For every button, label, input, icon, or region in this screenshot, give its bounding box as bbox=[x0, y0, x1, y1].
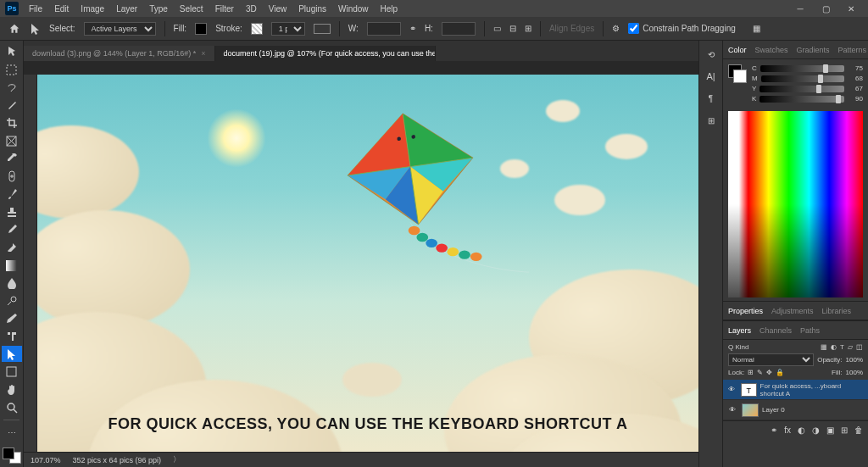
lock-paint-icon[interactable]: ✎ bbox=[757, 369, 763, 376]
stroke-width[interactable]: 1 px bbox=[271, 22, 305, 36]
brush-tool[interactable] bbox=[2, 186, 22, 203]
menu-window[interactable]: Window bbox=[333, 3, 374, 15]
tab-properties[interactable]: Properties bbox=[728, 307, 763, 315]
color-spectrum[interactable] bbox=[728, 111, 863, 297]
path-select-tool[interactable] bbox=[2, 346, 22, 362]
lasso-tool[interactable] bbox=[2, 80, 22, 96]
group-icon[interactable]: ▣ bbox=[826, 425, 834, 435]
menu-help[interactable]: Help bbox=[376, 3, 403, 15]
history-brush-tool[interactable] bbox=[2, 222, 22, 238]
tab-layers[interactable]: Layers bbox=[728, 326, 751, 335]
opacity-value[interactable]: 100% bbox=[846, 356, 863, 364]
filter-shape-icon[interactable]: ▱ bbox=[848, 343, 853, 351]
menu-edit[interactable]: Edit bbox=[49, 3, 74, 15]
tab-paths[interactable]: Paths bbox=[800, 326, 820, 335]
blend-mode[interactable]: Normal bbox=[728, 353, 814, 366]
m-slider[interactable] bbox=[761, 75, 844, 82]
lock-trans-icon[interactable]: ⊞ bbox=[748, 369, 754, 376]
menu-3d[interactable]: 3D bbox=[241, 3, 262, 15]
path-ops-icon[interactable]: ▭ bbox=[493, 24, 501, 33]
link-layers-icon[interactable]: ⚭ bbox=[771, 425, 777, 435]
move-tool[interactable] bbox=[2, 44, 22, 60]
tab-gradients[interactable]: Gradients bbox=[797, 46, 830, 54]
lock-all-icon[interactable]: 🔒 bbox=[776, 369, 784, 376]
select-mode-dropdown[interactable]: Active Layers bbox=[84, 22, 156, 36]
brushes-icon[interactable]: ⊞ bbox=[703, 112, 720, 129]
layer-name[interactable]: For quick access, ...yboard shortcut A bbox=[760, 382, 865, 398]
filter-smart-icon[interactable]: ◫ bbox=[856, 343, 863, 351]
layer-thumb[interactable]: T bbox=[741, 383, 757, 397]
edit-toolbar[interactable]: ⋯ bbox=[2, 425, 22, 441]
close-tab-icon[interactable]: × bbox=[201, 49, 205, 58]
tab-swatches[interactable]: Swatches bbox=[755, 46, 788, 54]
canvas-viewport[interactable]: FOR QUICK ACCESS, YOU CAN USE THE KEYBOA… bbox=[24, 61, 698, 467]
link-icon[interactable]: ⚭ bbox=[409, 24, 416, 33]
window-close[interactable]: ✕ bbox=[839, 2, 863, 15]
color-preview[interactable] bbox=[728, 64, 747, 83]
type-tool[interactable] bbox=[2, 329, 22, 345]
zoom-level[interactable]: 107.07% bbox=[31, 456, 61, 464]
trash-icon[interactable]: 🗑 bbox=[854, 425, 863, 435]
character-icon[interactable]: A| bbox=[703, 68, 720, 85]
menu-type[interactable]: Type bbox=[144, 3, 173, 15]
foreground-color[interactable] bbox=[3, 448, 14, 459]
history-icon[interactable]: ⟲ bbox=[703, 46, 720, 63]
eyedropper-tool[interactable] bbox=[2, 151, 22, 167]
filter-adj-icon[interactable]: ◐ bbox=[831, 343, 837, 351]
new-layer-icon[interactable]: ⊞ bbox=[841, 425, 848, 435]
arrange-icon[interactable]: ⊞ bbox=[525, 24, 531, 33]
mask-icon[interactable]: ◐ bbox=[798, 425, 805, 435]
constrain-checkbox[interactable] bbox=[628, 23, 639, 34]
adj-layer-icon[interactable]: ◑ bbox=[812, 425, 820, 435]
crop-tool[interactable] bbox=[2, 115, 22, 131]
stroke-style[interactable] bbox=[314, 24, 331, 34]
menu-select[interactable]: Select bbox=[175, 3, 209, 15]
shape-tool[interactable] bbox=[2, 364, 22, 380]
width-input[interactable] bbox=[367, 22, 401, 36]
tab-channels[interactable]: Channels bbox=[760, 326, 792, 335]
document-tab[interactable]: download (3).png @ 144% (Layer 1, RGB/16… bbox=[24, 46, 215, 61]
layer-row[interactable]: 👁 T For quick access, ...yboard shortcut… bbox=[723, 380, 868, 400]
tab-libraries[interactable]: Libraries bbox=[822, 307, 852, 315]
wand-tool[interactable] bbox=[2, 97, 22, 114]
heal-tool[interactable] bbox=[2, 169, 22, 185]
tab-adjustments[interactable]: Adjustments bbox=[771, 307, 814, 315]
c-slider[interactable] bbox=[760, 65, 844, 72]
filter-pixel-icon[interactable]: ▦ bbox=[821, 343, 827, 351]
menu-plugins[interactable]: Plugins bbox=[293, 3, 331, 15]
zoom-tool[interactable] bbox=[2, 399, 22, 415]
menu-layer[interactable]: Layer bbox=[111, 3, 142, 15]
menu-filter[interactable]: Filter bbox=[210, 3, 239, 15]
blur-tool[interactable] bbox=[2, 275, 22, 292]
visibility-icon[interactable]: 👁 bbox=[726, 404, 738, 416]
marquee-tool[interactable] bbox=[2, 62, 22, 78]
dodge-tool[interactable] bbox=[2, 293, 22, 309]
fx-icon[interactable]: fx bbox=[784, 425, 791, 435]
menu-image[interactable]: Image bbox=[75, 3, 109, 15]
gradient-tool[interactable] bbox=[2, 258, 22, 274]
pen-tool[interactable] bbox=[2, 311, 22, 327]
window-minimize[interactable]: ─ bbox=[788, 2, 812, 15]
frame-tool[interactable] bbox=[2, 133, 22, 149]
visibility-icon[interactable]: 👁 bbox=[726, 384, 737, 396]
tab-color[interactable]: Color bbox=[728, 46, 747, 54]
fill-value[interactable]: 100% bbox=[846, 369, 863, 376]
ruler-vertical[interactable] bbox=[24, 75, 37, 453]
eraser-tool[interactable] bbox=[2, 240, 22, 256]
align-icon[interactable]: ⊟ bbox=[509, 24, 516, 33]
home-icon[interactable] bbox=[7, 21, 22, 36]
layer-row[interactable]: 👁 Layer 0 bbox=[723, 400, 868, 420]
window-restore[interactable]: ▢ bbox=[814, 2, 837, 15]
document-tab[interactable]: document (19).jpg @ 107% (For quick acce… bbox=[215, 46, 436, 61]
layer-thumb[interactable] bbox=[742, 403, 759, 417]
workspace-icon[interactable]: ▦ bbox=[753, 24, 760, 33]
fill-swatch[interactable] bbox=[195, 23, 207, 35]
doc-info[interactable]: 352 pics x 64 pics (96 ppi) bbox=[73, 456, 162, 464]
stamp-tool[interactable] bbox=[2, 204, 22, 220]
color-swatches[interactable] bbox=[3, 448, 21, 464]
filter-type-icon[interactable]: T bbox=[840, 343, 844, 351]
height-input[interactable] bbox=[442, 22, 476, 36]
gear-icon[interactable]: ⚙ bbox=[612, 24, 620, 33]
menu-file[interactable]: File bbox=[24, 3, 47, 15]
hand-tool[interactable] bbox=[2, 381, 22, 398]
